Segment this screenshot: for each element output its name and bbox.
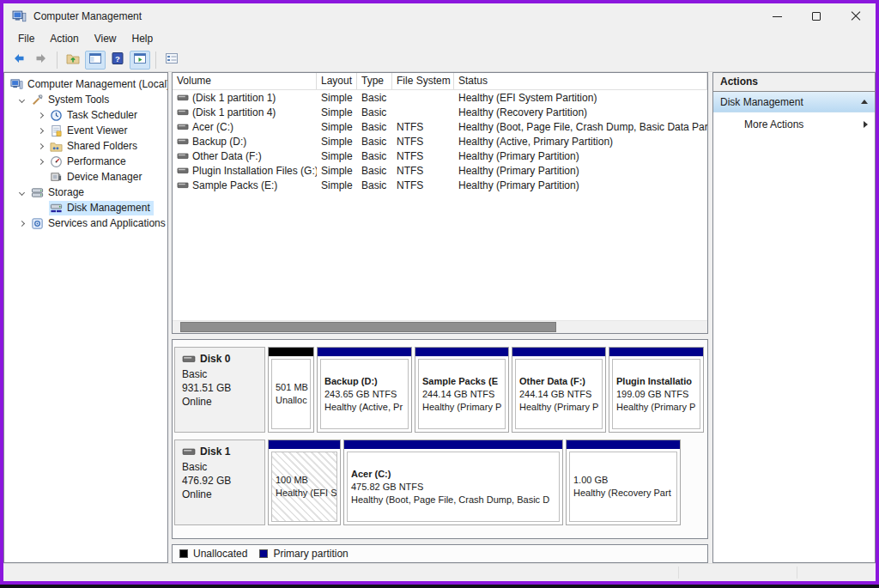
tree-chevron-slot[interactable] — [13, 191, 30, 195]
partition-unnamed[interactable]: 1.00 GBHealthy (Recovery Part — [566, 439, 681, 525]
volume-icon — [177, 153, 189, 160]
type-cell: Basic — [357, 121, 392, 133]
partition-backup-d[interactable]: Backup (D:)243.65 GB NTFSHealthy (Active… — [317, 347, 412, 433]
menu-item-action[interactable]: Action — [42, 31, 86, 46]
legend-label: Primary partition — [273, 548, 348, 560]
menu-bar: FileActionViewHelp — [3, 29, 876, 48]
tree-chevron-slot[interactable] — [32, 160, 49, 164]
maximize-icon — [812, 12, 821, 21]
column-header-volume[interactable]: Volume — [173, 73, 317, 89]
folder-up-button[interactable] — [63, 51, 83, 70]
tree-item-label: Disk Management — [67, 202, 150, 214]
app-icon — [12, 9, 27, 24]
status-cell: Healthy (Recovery Partition) — [454, 106, 707, 118]
minimize-button[interactable] — [757, 3, 797, 29]
volume-row[interactable]: (Disk 1 partition 4)SimpleBasicHealthy (… — [173, 105, 707, 119]
chevron-right-icon[interactable] — [37, 142, 43, 149]
disk-label-disk-0[interactable]: Disk 0Basic931.51 GBOnline — [174, 347, 265, 433]
sidebar-item-performance[interactable]: Performance — [4, 154, 167, 169]
tree-chevron-slot[interactable] — [32, 144, 49, 149]
console-tree-button[interactable] — [85, 51, 106, 70]
chevron-down-icon[interactable] — [18, 96, 24, 102]
menu-item-file[interactable]: File — [10, 31, 42, 46]
volume-table-body: (Disk 1 partition 1)SimpleBasicHealthy (… — [173, 90, 707, 320]
column-header-status[interactable]: Status — [454, 73, 707, 89]
partition-acer-c[interactable]: Acer (C:)475.82 GB NTFSHealthy (Boot, Pa… — [343, 439, 563, 525]
volume-row[interactable]: Other Data (F:)SimpleBasicNTFSHealthy (P… — [173, 149, 707, 163]
chevron-right-icon[interactable] — [37, 127, 43, 133]
disk-info-line: 931.51 GB — [182, 381, 258, 395]
sidebar-item-device-manager[interactable]: Device Manager — [4, 169, 167, 185]
type-cell: Basic — [357, 106, 392, 118]
partition-color-bar — [269, 440, 340, 449]
column-header-layout[interactable]: Layout — [317, 73, 357, 89]
partition-title: Other Data (F:) — [519, 375, 598, 388]
volume-icon — [177, 109, 189, 116]
partition-unnamed[interactable]: 100 MBHealthy (EFI S — [268, 439, 341, 525]
console-tree-panel: Computer Management (Local)System ToolsT… — [3, 72, 168, 563]
volume-name: Other Data (F:) — [192, 150, 262, 162]
sidebar-item-system-tools[interactable]: System Tools — [4, 92, 167, 107]
properties-button[interactable] — [161, 51, 182, 70]
maximize-button[interactable] — [797, 3, 836, 29]
actions-panel: Actions Disk Management More Actions — [712, 72, 876, 563]
sidebar-item-event-viewer[interactable]: Event Viewer — [4, 123, 167, 138]
actions-group-disk-management[interactable]: Disk Management — [713, 92, 875, 112]
sidebar-item-services-and-applications[interactable]: Services and Applications — [4, 215, 167, 231]
tree-chevron-slot[interactable] — [13, 98, 30, 102]
disk-name: Disk 0 — [182, 353, 258, 365]
partition-plugin-installatio[interactable]: Plugin Installatio199.09 GB NTFSHealthy … — [609, 347, 704, 433]
disk-label-disk-1[interactable]: Disk 1Basic476.92 GBOnline — [174, 439, 265, 525]
sidebar-item-task-scheduler[interactable]: Task Scheduler — [4, 107, 167, 123]
status-cell: Healthy (Boot, Page File, Crash Dump, Ba… — [454, 121, 707, 133]
status-cell: Healthy (Primary Partition) — [454, 179, 707, 191]
forward-button[interactable] — [31, 51, 52, 70]
column-header-type[interactable]: Type — [357, 73, 392, 89]
volume-icon — [177, 138, 189, 145]
sidebar-item-storage[interactable]: Storage — [4, 185, 167, 200]
horizontal-scrollbar[interactable] — [173, 320, 707, 333]
partition-info-line: 475.82 GB NTFS — [351, 481, 555, 494]
tree-item-content: Computer Management (Local) — [9, 77, 168, 92]
more-actions-item[interactable]: More Actions — [713, 112, 875, 136]
type-cell: Basic — [357, 165, 392, 177]
action-pane-button[interactable] — [130, 51, 150, 70]
partition-sample-packs-e[interactable]: Sample Packs (E244.14 GB NTFSHealthy (Pr… — [415, 347, 509, 433]
horizontal-scrollbar-thumb[interactable] — [180, 322, 556, 332]
chevron-down-icon[interactable] — [18, 189, 24, 195]
chevron-right-icon[interactable] — [37, 158, 43, 164]
volume-name: (Disk 1 partition 1) — [192, 92, 276, 104]
volume-row[interactable]: Sample Packs (E:)SimpleBasicNTFSHealthy … — [173, 178, 707, 192]
chevron-right-icon[interactable] — [37, 112, 43, 118]
sidebar-item-computer-management-local[interactable]: Computer Management (Local) — [4, 76, 167, 92]
chevron-right-icon[interactable] — [18, 220, 24, 226]
performance-icon — [50, 155, 63, 168]
type-cell: Basic — [357, 92, 392, 104]
menu-item-view[interactable]: View — [87, 31, 124, 46]
partition-other-data-f[interactable]: Other Data (F:)244.14 GB NTFSHealthy (Pr… — [512, 347, 606, 433]
toolbar-separator — [155, 52, 156, 69]
tree-chevron-slot[interactable] — [13, 221, 30, 226]
help-button[interactable]: ? — [107, 51, 128, 70]
sidebar-item-disk-management[interactable]: Disk Management — [4, 200, 167, 215]
volume-row[interactable]: Acer (C:)SimpleBasicNTFSHealthy (Boot, P… — [173, 119, 707, 134]
disk-row-disk-1: Disk 1Basic476.92 GBOnline100 MBHealthy … — [174, 439, 706, 525]
back-button[interactable] — [9, 51, 29, 70]
volume-row[interactable]: Backup (D:)SimpleBasicNTFSHealthy (Activ… — [173, 134, 707, 149]
volume-name-cell: (Disk 1 partition 1) — [173, 92, 317, 104]
volume-row[interactable]: Plugin Installation Files (G:)SimpleBasi… — [173, 163, 707, 178]
partition-unnamed[interactable]: 501 MBUnalloc — [268, 347, 314, 433]
column-header-file-system[interactable]: File System — [392, 73, 454, 89]
tree-item-label: Event Viewer — [67, 124, 127, 136]
disk-info-line: Online — [182, 395, 258, 409]
type-cell: Basic — [357, 179, 392, 191]
tree-chevron-slot[interactable] — [32, 129, 49, 133]
sidebar-item-shared-folders[interactable]: Shared Folders — [4, 138, 167, 154]
device-manager-icon — [50, 171, 63, 184]
volume-row[interactable]: (Disk 1 partition 1)SimpleBasicHealthy (… — [173, 90, 707, 105]
tree-chevron-slot[interactable] — [32, 113, 49, 118]
layout-cell: Simple — [317, 179, 357, 191]
close-button[interactable] — [836, 3, 876, 29]
layout-cell: Simple — [317, 106, 357, 118]
menu-item-help[interactable]: Help — [124, 31, 161, 46]
